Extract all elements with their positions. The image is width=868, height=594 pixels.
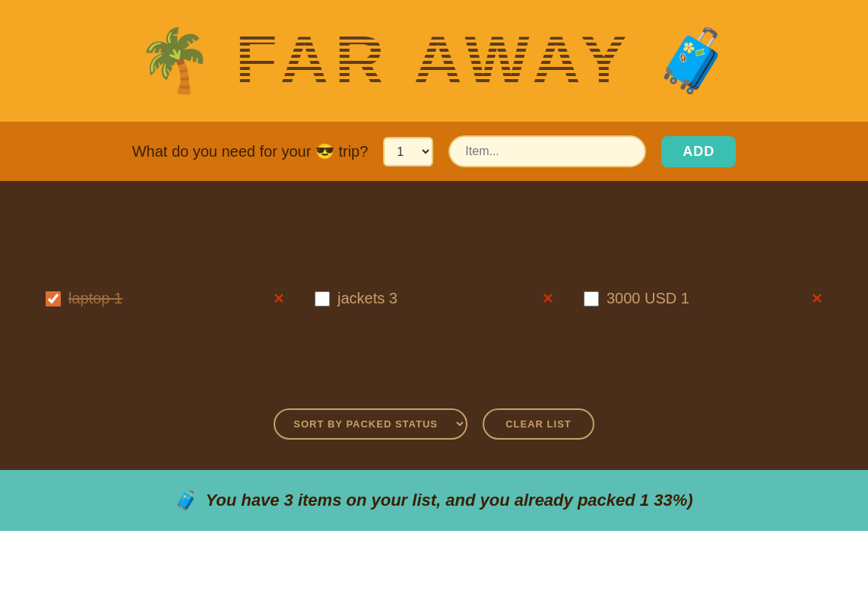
item-name-3: 3000 USD 1 [607, 290, 803, 307]
label-end: trip? [334, 143, 368, 160]
list-item: 3000 USD 1 ✕ [584, 211, 822, 386]
item-name-1: laptop 1 [68, 290, 265, 307]
items-area: laptop 1 ✕ jackets 3 ✕ 3000 USD 1 ✕ SORT… [0, 181, 868, 470]
list-item: jackets 3 ✕ [315, 211, 553, 386]
list-item: laptop 1 ✕ [46, 211, 284, 386]
clear-list-button[interactable]: CLEAR LIST [483, 408, 594, 440]
footer-icon: 🧳 [175, 490, 198, 511]
item-name-2: jackets 3 [337, 290, 534, 307]
header: 🌴 FAR AWAY 🧳 [0, 0, 868, 122]
palm-icon: 🌴 [137, 30, 213, 91]
app-title: FAR AWAY [236, 22, 632, 100]
quantity-select[interactable]: 1 2 3 4 5 6 7 8 9 10 [383, 137, 433, 167]
item-checkbox-3[interactable] [584, 291, 599, 307]
luggage-icon: 🧳 [655, 30, 731, 91]
item-checkbox-2[interactable] [315, 291, 330, 307]
item-delete-2[interactable]: ✕ [542, 292, 553, 306]
item-input[interactable] [448, 135, 646, 167]
footer-message: You have 3 items on your list, and you a… [205, 491, 692, 510]
add-button[interactable]: ADD [661, 136, 736, 167]
label-start: What do you need for your [132, 143, 315, 160]
item-delete-3[interactable]: ✕ [811, 292, 822, 306]
add-bar: What do you need for your 😎 trip? 1 2 3 … [0, 122, 868, 181]
add-bar-label: What do you need for your 😎 trip? [132, 142, 369, 160]
sunglasses-emoji: 😎 [315, 143, 334, 160]
footer-text: You have 3 items on your list, and you a… [205, 491, 692, 510]
items-grid: laptop 1 ✕ jackets 3 ✕ 3000 USD 1 ✕ [46, 211, 822, 386]
item-checkbox-1[interactable] [46, 291, 61, 307]
footer: 🧳 You have 3 items on your list, and you… [0, 470, 868, 531]
sort-select[interactable]: SORT BY INPUT ORDER SORT BY DESCRIPTION … [274, 408, 467, 440]
bottom-controls: SORT BY INPUT ORDER SORT BY DESCRIPTION … [46, 386, 822, 440]
item-delete-1[interactable]: ✕ [273, 292, 284, 306]
